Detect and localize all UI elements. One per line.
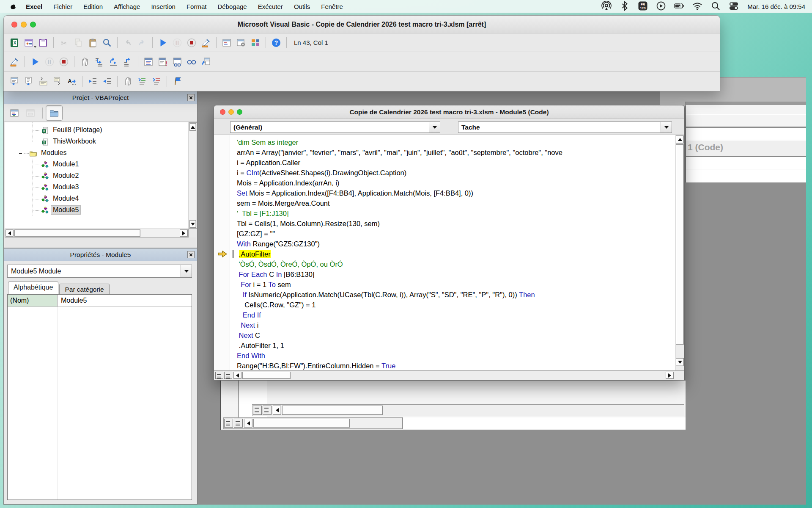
reset-button[interactable] bbox=[57, 55, 71, 69]
properties-panel-header[interactable]: Propriétés - Module5 bbox=[4, 248, 197, 261]
toggle-breakpoint-button[interactable] bbox=[121, 75, 135, 88]
code-window-titlebar[interactable]: Copie de Calendrier 2026 test macro tri-… bbox=[214, 105, 684, 119]
code-text[interactable]: 'dim Sem as integerarrAn = Array("janvie… bbox=[230, 135, 675, 371]
find-button[interactable] bbox=[100, 36, 114, 50]
scroll-thumb[interactable] bbox=[282, 406, 383, 415]
tree-item-module1[interactable]: Module1 bbox=[5, 159, 188, 171]
list-properties-button[interactable] bbox=[7, 75, 22, 88]
scroll-left-button[interactable] bbox=[233, 372, 241, 379]
wifi-icon[interactable] bbox=[693, 2, 702, 11]
parameter-info-button[interactable] bbox=[50, 75, 65, 88]
vbe-titlebar[interactable]: Microsoft Visual Basic - Copie de Calend… bbox=[4, 16, 720, 33]
property-value[interactable]: Module5 bbox=[58, 295, 192, 306]
object-browser-button[interactable] bbox=[248, 36, 263, 50]
insert-userform-button[interactable] bbox=[22, 36, 36, 50]
split-view-button[interactable] bbox=[234, 419, 243, 428]
tree-item-module4[interactable]: Module4 bbox=[5, 193, 188, 205]
scroll-up-button[interactable] bbox=[676, 135, 684, 144]
watch-window-button[interactable] bbox=[170, 55, 184, 69]
scroll-left-button[interactable] bbox=[244, 419, 252, 428]
project-tree[interactable]: XFeuil8 (Pilotage)XThisWorkbookModulesMo… bbox=[5, 122, 188, 229]
menu-affichage[interactable]: Affichage bbox=[108, 3, 145, 10]
call-stack-button[interactable] bbox=[199, 55, 213, 69]
tree-item-feuil8[interactable]: XFeuil8 (Pilotage) bbox=[5, 125, 188, 136]
tree-item-modules[interactable]: Modules bbox=[5, 148, 188, 159]
full-module-view-button[interactable] bbox=[224, 372, 232, 379]
tree-item-module3[interactable]: Module3 bbox=[5, 182, 188, 193]
split-view-button[interactable] bbox=[263, 406, 272, 415]
reset-button[interactable] bbox=[184, 36, 199, 50]
play-circle-icon[interactable] bbox=[656, 2, 666, 11]
tree-item-module2[interactable]: Module2 bbox=[5, 171, 188, 182]
split-view-button[interactable] bbox=[224, 419, 233, 428]
scroll-right-button[interactable] bbox=[180, 229, 188, 237]
dropdown-button[interactable] bbox=[429, 122, 440, 133]
properties-grid[interactable]: (Nom)Module5 bbox=[7, 294, 192, 500]
project-panel-header[interactable]: Projet - VBAProject bbox=[4, 91, 197, 104]
outdent-button[interactable] bbox=[100, 75, 114, 88]
step-into-button[interactable] bbox=[92, 55, 106, 69]
list-constants-button[interactable] bbox=[22, 75, 36, 88]
run-button[interactable] bbox=[28, 55, 42, 69]
background-hscrollbar[interactable] bbox=[252, 404, 684, 416]
dropdown-button[interactable] bbox=[181, 265, 192, 277]
menu-clock[interactable]: Mar. 16 déc. à 09:54 bbox=[747, 3, 805, 10]
search-icon[interactable] bbox=[711, 2, 720, 11]
split-view-button[interactable] bbox=[253, 406, 262, 415]
locals-window-button[interactable] bbox=[141, 55, 156, 69]
scroll-left-button[interactable] bbox=[5, 229, 14, 237]
code-margin[interactable] bbox=[214, 135, 230, 371]
view-excel-button[interactable]: X bbox=[7, 36, 22, 50]
menu-edition[interactable]: Edition bbox=[78, 3, 108, 10]
tree-expander-minus[interactable] bbox=[18, 151, 23, 156]
object-selector-dropdown[interactable]: Module5 Module bbox=[7, 265, 192, 278]
break-button[interactable] bbox=[170, 36, 184, 50]
scroll-thumb[interactable] bbox=[242, 372, 291, 379]
zoom-window-button[interactable] bbox=[30, 22, 36, 28]
help-button[interactable]: ? bbox=[269, 36, 283, 50]
immediate-window-button[interactable]: ! bbox=[156, 55, 170, 69]
comment-block-button[interactable] bbox=[135, 75, 149, 88]
dropdown-button[interactable] bbox=[661, 122, 672, 133]
scroll-right-button[interactable] bbox=[666, 372, 674, 379]
battery-icon[interactable] bbox=[675, 2, 684, 11]
indent-button[interactable] bbox=[85, 75, 100, 88]
airdrop-icon[interactable] bbox=[602, 2, 611, 11]
tree-item-thisworkbook[interactable]: XThisWorkbook bbox=[5, 136, 188, 148]
toggle-breakpoint-button[interactable] bbox=[77, 55, 92, 69]
object-combo[interactable]: (Général) bbox=[230, 121, 440, 133]
menu-d-bogage[interactable]: Débogage bbox=[212, 3, 252, 10]
close-window-button[interactable] bbox=[220, 109, 225, 115]
menu-insertion[interactable]: Insertion bbox=[145, 3, 181, 10]
project-tree-vscrollbar[interactable] bbox=[189, 122, 197, 229]
break-button[interactable] bbox=[42, 55, 57, 69]
bluetooth-icon[interactable] bbox=[620, 2, 629, 11]
scroll-thumb[interactable] bbox=[14, 229, 140, 237]
minimize-window-button[interactable] bbox=[21, 22, 27, 28]
close-window-button[interactable] bbox=[11, 22, 17, 28]
paste-button[interactable] bbox=[85, 36, 100, 50]
close-panel-button[interactable] bbox=[187, 94, 195, 101]
complete-word-button[interactable]: A bbox=[65, 75, 79, 88]
scroll-left-button[interactable] bbox=[273, 406, 281, 415]
control-center-icon[interactable] bbox=[729, 2, 738, 11]
menu-fen-tre[interactable]: Fenêtre bbox=[315, 3, 348, 10]
step-out-button[interactable] bbox=[121, 55, 135, 69]
menu-fichier[interactable]: Fichier bbox=[48, 3, 78, 10]
undo-button[interactable] bbox=[121, 36, 135, 50]
uncomment-block-button[interactable] bbox=[149, 75, 164, 88]
menu-ex-cuter[interactable]: Exécuter bbox=[252, 3, 288, 10]
scroll-thumb[interactable] bbox=[676, 144, 684, 345]
zoom-window-button[interactable] bbox=[237, 109, 242, 115]
close-panel-button[interactable] bbox=[187, 251, 195, 258]
scroll-up-button[interactable] bbox=[189, 123, 196, 131]
menu-excel[interactable]: Excel bbox=[20, 3, 48, 10]
quick-info-button[interactable] bbox=[36, 75, 50, 88]
property-row[interactable]: (Nom)Module5 bbox=[8, 295, 192, 307]
scroll-down-button[interactable] bbox=[189, 220, 196, 228]
design-mode-button[interactable] bbox=[199, 36, 213, 50]
menu-outils[interactable]: Outils bbox=[288, 3, 315, 10]
scroll-down-button[interactable] bbox=[676, 358, 684, 366]
scroll-thumb[interactable] bbox=[253, 419, 350, 428]
code-hscrollbar[interactable] bbox=[214, 370, 684, 380]
